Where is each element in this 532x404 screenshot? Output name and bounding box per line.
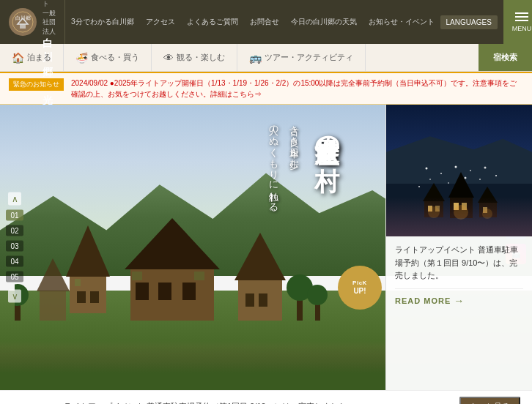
side-panel-content: ライトアップイベント 普通車駐車場予約（第１回目 9/10〜）は、完売しました。…: [386, 236, 532, 390]
svg-rect-11: [158, 283, 171, 300]
subnav-sightseeing[interactable]: 👁 観る・楽しむ: [152, 44, 237, 71]
svg-point-26: [307, 285, 328, 305]
hero-sub-text: 古き良き日本を歩む。 人のぬくもりに触れる。: [265, 119, 303, 217]
svg-point-45: [484, 167, 486, 169]
svg-point-48: [464, 177, 466, 179]
svg-marker-8: [125, 218, 220, 269]
slide-num-4[interactable]: 04: [6, 256, 23, 267]
search-label: 宿検索: [493, 52, 517, 63]
slide-num-5[interactable]: 05: [6, 272, 23, 283]
svg-rect-6: [90, 291, 99, 303]
main-area: 世界遺産の村 古き良き日本を歩む。 人のぬくもりに触れる。 ∧ 01 02 03…: [0, 105, 532, 390]
subnav-sight-label: 観る・楽しむ: [177, 52, 225, 63]
svg-rect-14: [194, 272, 204, 280]
svg-rect-12: [182, 283, 196, 300]
hero-sub-text1: 古き良き日本を歩む。: [286, 119, 303, 217]
svg-point-47: [429, 179, 431, 180]
tour-icon: 🚌: [249, 52, 262, 64]
logo-subtitle: 岐阜県・白川郷の観光・イベント情報サイト: [43, 0, 56, 9]
nav-item-4[interactable]: お問合せ: [244, 17, 285, 27]
svg-marker-3: [66, 225, 110, 277]
more-news-button[interactable]: もっと見る: [459, 397, 520, 404]
svg-point-44: [470, 170, 471, 171]
subnav-tour-label: ツアー・アクティビティ: [265, 52, 353, 63]
hero-text-group: 世界遺産の村 古き良き日本を歩む。 人のぬくもりに触れる。: [265, 119, 341, 217]
side-panel-image: [386, 105, 532, 236]
pickup-badge[interactable]: PicK UP!: [338, 266, 382, 310]
hero-sub-text2: 人のぬくもりに触れる。: [265, 119, 282, 217]
nav-item-1[interactable]: 3分でわかる白川郷: [65, 17, 140, 27]
menu-lines-icon: [515, 12, 528, 21]
subnav-food[interactable]: 🍜 食べる・買う: [64, 44, 152, 71]
header-logo: 白川郷 岐阜県・白川郷の観光・イベント情報サイト 一般社団法人 白川郷観光協会: [0, 0, 65, 44]
read-more-button[interactable]: READ MORE →: [395, 288, 523, 307]
svg-point-46: [495, 175, 497, 176]
nav-item-2[interactable]: アクセス: [140, 17, 181, 27]
slide-down-button[interactable]: ∨: [8, 290, 21, 303]
svg-point-41: [425, 168, 427, 170]
svg-point-43: [454, 166, 457, 168]
side-panel-title: ライトアップイベント 普通車駐車場予約（第１回目 9/10〜）は、完売しました。: [395, 244, 523, 283]
header-nav: 3分でわかる白川郷 アクセス よくあるご質問 お問合せ 今日の白川郷の天気 お知…: [65, 0, 532, 44]
bed-icon: 🏠: [12, 52, 24, 64]
sub-nav: 🏠 泊まる 🍜 食べる・買う 👁 観る・楽しむ 🚌 ツアー・アクティビティ 宿検…: [0, 44, 532, 72]
subnav-stay-label: 泊まる: [27, 52, 51, 63]
food-icon: 🍜: [75, 52, 88, 64]
svg-rect-7: [75, 279, 81, 286]
hero-main-title: 世界遺産の村: [311, 119, 341, 217]
slide-num-1[interactable]: 01: [6, 210, 23, 221]
nav-item-6[interactable]: お知らせ・イベント: [363, 17, 440, 27]
subnav-stay[interactable]: 🏠 泊まる: [0, 44, 64, 71]
nav-item-3[interactable]: よくあるご質問: [181, 17, 244, 27]
svg-rect-20: [40, 291, 66, 321]
slide-up-button[interactable]: ∧: [8, 192, 21, 206]
news-text: ライトアップイベント 普通車駐車場予約（第1回目 9/10〜）は、完売しました。: [64, 401, 448, 404]
pickup-text-pick: PicK: [352, 280, 367, 287]
menu-button[interactable]: MENU: [503, 0, 532, 44]
slide-indicators: ∧ 01 02 03 04 05 ∨: [6, 192, 23, 303]
svg-point-49: [479, 179, 481, 180]
svg-rect-13: [132, 272, 142, 280]
pickup-text-up: UP!: [353, 287, 366, 296]
night-scene: [386, 105, 532, 236]
svg-point-50: [418, 186, 420, 187]
news-bar: 2024/09/10 ライトアップイベント 普通車駐車場予約（第1回目 9/10…: [0, 390, 532, 404]
slide-num-3[interactable]: 03: [6, 241, 23, 252]
slide-num-2[interactable]: 02: [6, 225, 23, 236]
svg-point-51: [448, 182, 449, 184]
svg-rect-5: [77, 291, 86, 303]
logo-org: 一般社団法人: [43, 9, 56, 37]
village-illustration: [15, 218, 381, 350]
svg-marker-19: [37, 258, 70, 291]
search-button[interactable]: 宿検索: [479, 44, 532, 71]
read-more-label: READ MORE: [395, 296, 451, 305]
alert-label: 緊急のお知らせ: [9, 78, 64, 91]
subnav-tour[interactable]: 🚌 ツアー・アクティビティ: [237, 44, 366, 71]
header: 白川郷 岐阜県・白川郷の観光・イベント情報サイト 一般社団法人 白川郷観光協会 …: [0, 0, 532, 44]
svg-marker-15: [234, 233, 286, 280]
svg-point-42: [440, 173, 442, 174]
svg-marker-31: [448, 172, 474, 198]
languages-button[interactable]: LANGUAGES: [440, 15, 498, 29]
read-more-arrow-icon: →: [454, 295, 465, 307]
alert-text: 2024/09/02 ●2025年ライトアップ開催日（1/13・1/19・1/2…: [71, 78, 523, 100]
logo-icon: 白川郷: [9, 8, 37, 36]
nav-item-5[interactable]: 今日の白川郷の天気: [285, 17, 363, 27]
subnav-food-label: 食べる・買う: [91, 52, 139, 63]
svg-rect-18: [259, 293, 267, 307]
menu-label: MENU: [512, 25, 532, 32]
svg-rect-17: [245, 293, 254, 307]
svg-rect-10: [136, 283, 149, 300]
svg-rect-2: [20, 24, 26, 29]
eye-icon: 👁: [163, 52, 174, 64]
alert-bar: 緊急のお知らせ 2024/09/02 ●2025年ライトアップ開催日（1/13・…: [0, 72, 532, 105]
side-panel: ライトアップイベント 普通車駐車場予約（第１回目 9/10〜）は、完売しました。…: [385, 105, 532, 390]
